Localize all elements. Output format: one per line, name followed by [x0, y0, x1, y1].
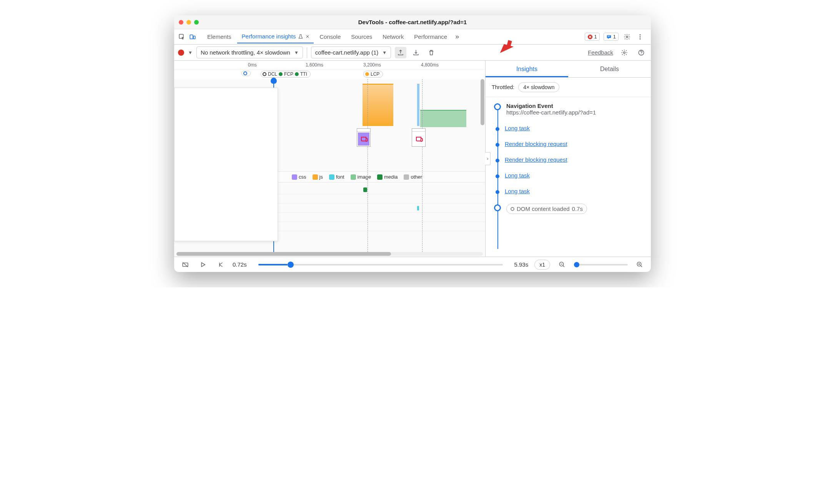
- circle-icon: [511, 207, 514, 211]
- tab-network[interactable]: Network: [378, 30, 408, 43]
- vertical-scrollbar[interactable]: [481, 79, 484, 125]
- zoom-in-icon[interactable]: [634, 259, 645, 270]
- device-toolbar-icon[interactable]: [188, 32, 197, 41]
- insight-navigation[interactable]: Navigation Event https://coffee-cart.net…: [494, 103, 651, 116]
- feedback-link[interactable]: Feedback: [588, 49, 613, 56]
- marker-misc[interactable]: [241, 71, 251, 76]
- preview-panel: [174, 88, 278, 241]
- kebab-menu-icon[interactable]: [635, 32, 645, 41]
- perf-toolbar: ▼ No network throttling, 4× slowdown ▼ c…: [174, 45, 651, 61]
- zoom-out-icon[interactable]: [556, 259, 568, 270]
- export-button[interactable]: [395, 47, 406, 58]
- timeline-panel[interactable]: 0ms 1,600ms 3,200ms 4,800ms DCL FCP TTI: [174, 61, 486, 257]
- delete-button[interactable]: [426, 47, 437, 58]
- insights-list[interactable]: Navigation Event https://coffee-cart.net…: [486, 97, 651, 257]
- play-button[interactable]: [197, 259, 209, 270]
- insight-dom-loaded[interactable]: DOM content loaded 0.7s: [494, 204, 651, 214]
- screenshot-thumbnail[interactable]: [412, 128, 426, 147]
- time-slider[interactable]: [258, 264, 503, 265]
- import-button[interactable]: [410, 47, 422, 58]
- devtools-window: DevTools - coffee-cart.netlify.app/?ad=1…: [174, 15, 651, 272]
- tab-performance[interactable]: Performance: [409, 30, 452, 43]
- task-block-orange[interactable]: [363, 84, 393, 126]
- svg-point-8: [640, 34, 641, 35]
- inspect-element-icon[interactable]: [177, 32, 186, 41]
- zoom-slider[interactable]: [574, 264, 628, 265]
- marker-lcp[interactable]: LCP: [363, 71, 383, 78]
- chevron-down-icon: ▼: [382, 50, 387, 55]
- disable-screenshots-icon[interactable]: [180, 259, 191, 270]
- tab-sources[interactable]: Sources: [346, 30, 377, 43]
- recording-select[interactable]: coffee-cart.netlify.app (1) ▼: [311, 46, 391, 58]
- close-tab-icon[interactable]: ×: [306, 33, 309, 40]
- svg-point-7: [626, 36, 628, 38]
- task-block-blue[interactable]: [417, 84, 419, 126]
- window-title: DevTools - coffee-cart.netlify.app/?ad=1: [358, 19, 467, 25]
- speed-chip[interactable]: x1: [534, 260, 550, 270]
- chevron-down-icon: ▼: [294, 50, 299, 55]
- svg-rect-6: [607, 36, 609, 37]
- request-segment[interactable]: [417, 206, 419, 211]
- maximize-window-icon[interactable]: [194, 20, 199, 25]
- record-dropdown-icon[interactable]: ▼: [188, 50, 193, 55]
- task-block-green[interactable]: [420, 110, 466, 127]
- settings-icon[interactable]: [622, 32, 632, 41]
- horizontal-scrollbar[interactable]: [176, 252, 483, 256]
- playback-end-time: 5.93s: [514, 261, 529, 268]
- playhead-handle-icon[interactable]: [271, 78, 277, 84]
- panel-settings-icon[interactable]: [619, 47, 630, 58]
- svg-point-11: [624, 51, 625, 53]
- tab-details[interactable]: Details: [568, 61, 651, 77]
- help-icon[interactable]: [635, 47, 647, 58]
- errors-badge[interactable]: 1: [585, 33, 600, 41]
- insights-tabs: Insights Details: [486, 61, 651, 78]
- tab-performance-insights[interactable]: Performance insights ×: [237, 30, 314, 43]
- close-window-icon[interactable]: [179, 20, 183, 25]
- messages-badge[interactable]: 1: [604, 33, 619, 41]
- throttled-label: Throttled:: [492, 84, 514, 90]
- flask-icon: [298, 34, 303, 39]
- insight-item[interactable]: Long task: [494, 125, 651, 131]
- screenshot-thumbnail[interactable]: [357, 128, 371, 147]
- restart-button[interactable]: [215, 259, 226, 270]
- minimize-window-icon[interactable]: [186, 20, 191, 25]
- content-area: 0ms 1,600ms 3,200ms 4,800ms DCL FCP TTI: [174, 61, 651, 257]
- insights-panel: › Insights Details Throttled: 4× slowdow…: [486, 61, 651, 257]
- svg-point-10: [640, 38, 641, 39]
- svg-rect-2: [193, 36, 195, 39]
- throttling-select[interactable]: No network throttling, 4× slowdown ▼: [196, 46, 303, 58]
- more-tabs-icon[interactable]: »: [453, 33, 461, 41]
- record-button[interactable]: [178, 50, 184, 56]
- titlebar: DevTools - coffee-cart.netlify.app/?ad=1: [174, 15, 651, 29]
- tab-insights[interactable]: Insights: [486, 61, 568, 77]
- svg-point-9: [640, 36, 641, 37]
- marker-dcl[interactable]: DCL FCP TTI: [261, 71, 311, 78]
- insight-item[interactable]: Render blocking request: [494, 156, 651, 163]
- request-segment[interactable]: [363, 187, 367, 192]
- insight-item[interactable]: Render blocking request: [494, 141, 651, 147]
- time-ruler: 0ms 1,600ms 3,200ms 4,800ms: [174, 61, 485, 70]
- main-tab-bar: Elements Performance insights × Console …: [174, 29, 651, 45]
- dashed-marker-line: [368, 79, 368, 256]
- svg-point-13: [641, 54, 642, 55]
- throttled-row: Throttled: 4× slowdown: [486, 78, 651, 97]
- throttled-chip[interactable]: 4× slowdown: [518, 82, 559, 92]
- svg-rect-1: [190, 35, 193, 39]
- playback-footer: 0.72s 5.93s x1: [174, 257, 651, 272]
- playback-start-time: 0.72s: [233, 261, 247, 268]
- dashed-marker-line: [422, 79, 422, 256]
- insight-item[interactable]: Long task: [494, 172, 651, 179]
- svg-rect-5: [607, 36, 610, 36]
- markers-row: DCL FCP TTI LCP: [174, 70, 485, 79]
- tab-console[interactable]: Console: [315, 30, 345, 43]
- divider: [307, 47, 307, 58]
- insight-item[interactable]: Long task: [494, 188, 651, 194]
- traffic-lights: [179, 20, 199, 25]
- tab-elements[interactable]: Elements: [203, 30, 236, 43]
